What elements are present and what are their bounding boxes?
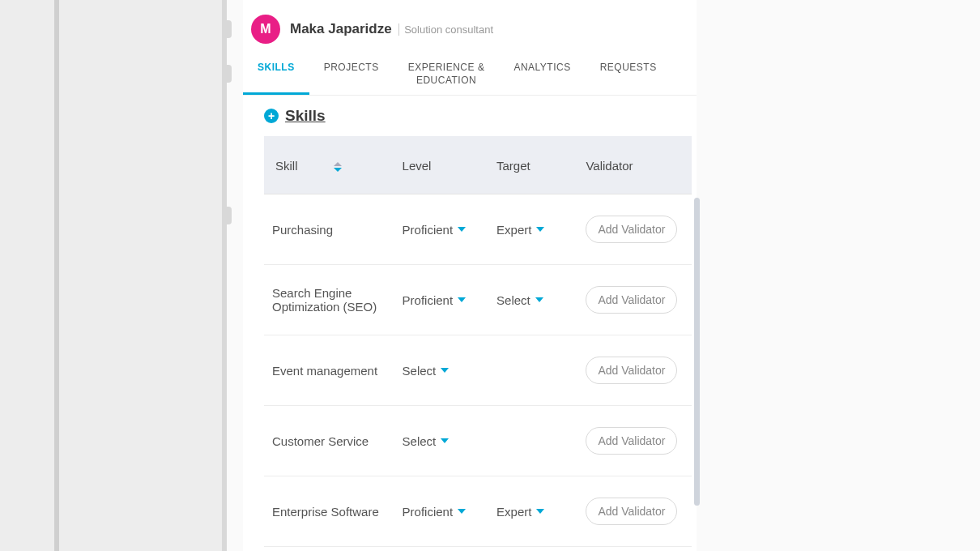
target-cell: Expert [488, 547, 577, 551]
table-row: Enterprise SoftwareProficientExpertAdd V… [264, 476, 692, 547]
level-value: Proficient [403, 293, 454, 307]
target-value: Select [496, 293, 530, 307]
tab-analytics[interactable]: ANALYTICS [499, 52, 585, 95]
add-validator-button[interactable]: Add Validator [586, 498, 677, 525]
sort-up-icon [334, 162, 342, 166]
skill-name: Search Engine Optimization (SEO) [264, 265, 394, 335]
main-panel: M Maka Japaridze Solution consultant SKI… [243, 0, 697, 551]
column-header-skill-label: Skill [275, 159, 298, 173]
profile-name: Maka Japaridze [290, 21, 392, 36]
skill-name: Purchasing [264, 194, 394, 265]
tab-requests[interactable]: REQUESTS [586, 52, 671, 95]
chevron-down-icon [536, 227, 544, 232]
validator-cell: Add Validator [577, 194, 692, 265]
skill-name: Customer Service [264, 406, 394, 476]
avatar: M [251, 15, 280, 44]
target-cell: Expert [488, 476, 577, 547]
add-validator-button[interactable]: Add Validator [586, 357, 677, 384]
level-select[interactable]: Proficient [403, 293, 467, 307]
level-select[interactable]: Select [403, 434, 450, 448]
sort-down-icon [334, 168, 342, 172]
validator-cell: Add Validator [577, 406, 692, 476]
target-cell [488, 335, 577, 406]
target-cell: Expert [488, 194, 577, 265]
divider [54, 0, 59, 551]
tab-projects[interactable]: PROJECTS [309, 52, 394, 95]
table-header-row: Skill Level Target Validator [264, 136, 692, 194]
level-value: Proficient [403, 505, 454, 519]
validator-cell: Add Validator [577, 265, 692, 335]
level-select[interactable]: Proficient [403, 223, 467, 237]
level-value: Select [403, 364, 437, 378]
section-title: Skills [285, 107, 326, 125]
target-value: Expert [496, 505, 531, 519]
add-skill-icon[interactable]: + [264, 109, 279, 123]
chevron-down-icon [535, 297, 543, 302]
add-validator-button[interactable]: Add Validator [586, 427, 677, 455]
table-row: PurchasingProficientExpertAdd Validator [264, 194, 692, 265]
target-value: Expert [496, 223, 531, 237]
level-cell: Expert [394, 547, 488, 551]
level-cell: Select [394, 335, 488, 406]
chevron-down-icon [441, 368, 449, 373]
target-cell [488, 406, 577, 476]
add-validator-button[interactable]: Add Validator [586, 286, 677, 314]
column-header-level: Level [394, 136, 488, 194]
table-row: Customer ServiceSelectAdd Validator [264, 406, 692, 476]
level-value: Select [403, 434, 437, 448]
validator-cell: Add Validator [577, 335, 692, 406]
tabs-bar: SKILLSPROJECTSEXPERIENCE &EDUCATIONANALY… [243, 52, 697, 96]
scrollbar-thumb[interactable] [694, 198, 700, 506]
level-cell: Proficient [394, 265, 488, 335]
tab-experience[interactable]: EXPERIENCE &EDUCATION [394, 52, 500, 95]
level-cell: Proficient [394, 194, 488, 265]
edge-handle [225, 65, 232, 83]
column-header-skill[interactable]: Skill [264, 136, 394, 194]
column-header-validator: Validator [577, 136, 692, 194]
chevron-down-icon [536, 509, 544, 514]
skills-table: Skill Level Target Validator PurchasingP… [264, 136, 692, 551]
edge-handle [225, 20, 232, 38]
validator-cell: Add Validator [577, 476, 692, 547]
chevron-down-icon [458, 509, 466, 514]
profile-header: M Maka Japaridze Solution consultant [243, 0, 697, 52]
table-row: Event managementSelectAdd Validator [264, 335, 692, 406]
skill-name: Enterprise Software [264, 476, 394, 547]
profile-role: Solution consultant [398, 23, 493, 36]
table-row: Search Engine Optimization (SEO)Proficie… [264, 265, 692, 335]
table-row: Project ManagementExpertExpertAdd Valida… [264, 547, 692, 551]
add-validator-button[interactable]: Add Validator [586, 216, 677, 243]
scrollbar[interactable] [694, 198, 700, 551]
level-select[interactable]: Proficient [403, 505, 467, 519]
chevron-down-icon [458, 227, 466, 232]
edge-handle [225, 207, 232, 224]
level-cell: Select [394, 406, 488, 476]
target-cell: Select [488, 265, 577, 335]
sort-icon[interactable] [334, 162, 342, 172]
target-select[interactable]: Expert [496, 505, 544, 519]
level-value: Proficient [403, 223, 454, 237]
target-select[interactable]: Select [496, 293, 543, 307]
tab-skills[interactable]: SKILLS [243, 52, 309, 95]
chevron-down-icon [458, 297, 466, 302]
level-select[interactable]: Select [403, 364, 450, 378]
skill-name: Project Management [264, 547, 394, 551]
level-cell: Proficient [394, 476, 488, 547]
target-select[interactable]: Expert [496, 223, 544, 237]
chevron-down-icon [441, 438, 449, 443]
external-left-panel [0, 0, 227, 551]
skill-name: Event management [264, 335, 394, 406]
section-title-row: + Skills [243, 96, 697, 136]
validator-cell: Add Validator [577, 547, 692, 551]
column-header-target: Target [488, 136, 577, 194]
